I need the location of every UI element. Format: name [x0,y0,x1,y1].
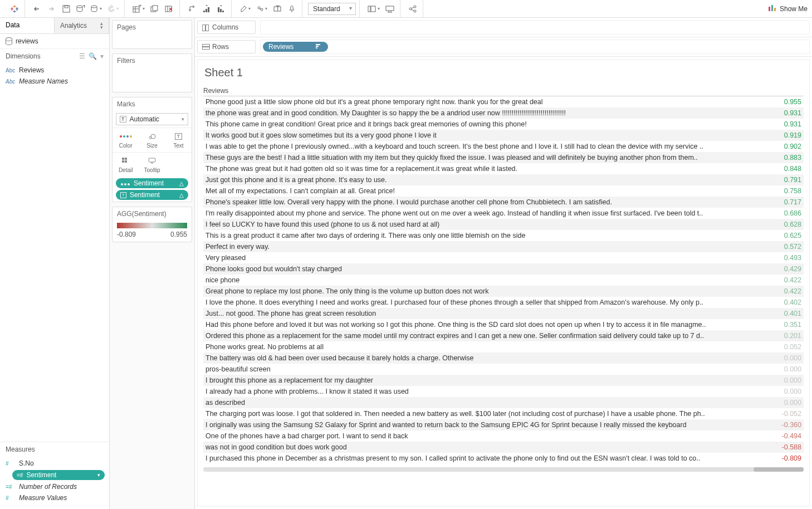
filters-card[interactable]: Filters [112,53,192,92]
abc-icon: Abc [6,67,16,74]
show-me-button[interactable]: Show Me [768,5,808,13]
swap-rows-columns-icon[interactable] [185,2,199,16]
new-worksheet-icon[interactable]: +▾ [130,2,147,16]
field-reviews[interactable]: AbcReviews [0,65,109,76]
autoupdate-icon[interactable]: ▾ [89,2,104,16]
table-row[interactable]: I brought this phone as a replacement fo… [203,375,804,386]
review-cell: This phone came in great condition! Grea… [203,119,765,130]
table-row[interactable]: The battery was old & had been over used… [203,353,804,364]
table-row[interactable]: I'm really disappointed about my phone a… [203,208,804,219]
datasource-item[interactable]: reviews [0,34,109,48]
table-row[interactable]: Phone looks good but wouldn't stay charg… [203,263,804,275]
marks-pill-color-sentiment[interactable]: Sentiment △ [116,178,188,188]
clear-sheet-icon[interactable] [163,2,176,16]
sort-asc-icon[interactable] [200,2,213,16]
review-cell: Had this phone before and loved it but w… [203,319,765,330]
table-row[interactable]: The phone was great but it had gotten ol… [203,163,804,174]
table-row[interactable]: pros-beautiful screen0.000 [203,364,804,375]
table-row[interactable]: Had this phone before and loved it but w… [203,319,804,330]
tab-analytics[interactable]: Analytics▴▾ [55,18,109,33]
svg-rect-18 [153,6,158,11]
view-as-list-icon[interactable]: ☰ [79,52,85,60]
rows-shelf[interactable]: Rows Reviews [195,37,812,57]
field-sno[interactable]: #S.No [0,458,109,469]
scrollbar-thumb[interactable] [754,467,804,472]
columns-shelf[interactable]: Columns [195,18,812,37]
table-row[interactable]: I purchased this phone in December as a … [203,453,804,464]
sentiment-cell: -0.052 [765,408,804,419]
find-icon[interactable]: 🔍 [89,52,97,60]
rows-pill-reviews[interactable]: Reviews [263,42,328,52]
table-row[interactable]: Met all of my expectations. I can't comp… [203,185,804,197]
table-row[interactable]: This phone came in great condition! Grea… [203,119,804,130]
sheet-title[interactable]: Sheet 1 [204,66,804,79]
color-legend-card[interactable]: AGG(Sentiment) -0.8090.955 [112,207,192,242]
save-icon[interactable] [60,2,73,16]
table-row[interactable]: Perfect in every way.0.572 [203,241,804,252]
review-cell: Ordered this phone as a replacement for … [203,330,765,341]
share-icon[interactable] [406,2,419,16]
pages-card[interactable]: Pages [112,20,192,49]
table-row[interactable]: Ordered this phone as a replacement for … [203,330,804,341]
table-row[interactable]: Phone works great. No problems at all0.0… [203,341,804,353]
color-icon [114,131,138,141]
refresh-icon[interactable]: ▾ [105,2,121,16]
sort-desc-icon[interactable] [214,2,228,16]
table-row[interactable]: I love the phone. It does everything I n… [203,297,804,308]
presentation-mode-icon[interactable] [383,2,397,16]
table-row[interactable]: Phone's speaker little low. Overall very… [203,197,804,208]
duplicate-sheet-icon[interactable] [148,2,162,16]
legend-title: AGG(Sentiment) [112,207,192,221]
field-number-of-records[interactable]: =#Number of Records [0,481,109,492]
sentiment-cell: 0.402 [765,297,804,308]
mark-tooltip-button[interactable]: Tooltip [139,152,165,177]
table-row[interactable]: Just got this phone and it is a great ph… [203,174,804,185]
field-measure-values[interactable]: #Measure Values [0,492,109,503]
table-row[interactable]: Phone good just a little slow phone old … [203,96,804,107]
table-row[interactable]: These guys are the best! I had a little … [203,152,804,163]
table-row[interactable]: I was able to get the phone I previously… [203,141,804,152]
table-row[interactable]: nice phone0.422 [203,275,804,286]
new-datasource-icon[interactable]: + [74,2,87,16]
menu-caret-icon[interactable]: ▾ [100,52,104,60]
field-sentiment[interactable]: =#Sentiment▾ [12,470,105,480]
table-row[interactable]: as described0.000 [203,397,804,408]
table-row[interactable]: I already had a phone with problems... I… [203,386,804,397]
table-row[interactable]: Great phone to replace my lost phone. Th… [203,286,804,297]
horizontal-scrollbar[interactable] [203,467,804,472]
mark-size-button[interactable]: Size [139,128,165,152]
redo-icon[interactable] [45,2,58,16]
table-row[interactable]: was not in good condition but does work … [203,442,804,453]
table-row[interactable]: This is a great product it came after tw… [203,230,804,241]
marks-pill-text-sentiment[interactable]: T Sentiment △ [116,190,188,200]
table-row[interactable]: It works good but it goes slow sometimes… [203,130,804,141]
datasource-icon [6,37,12,45]
detail-icon [114,156,138,166]
table-row[interactable]: the phone was great and in good conditio… [203,107,804,119]
svg-rect-25 [220,9,222,12]
chevron-down-icon: ▾ [97,472,100,478]
svg-rect-45 [316,46,319,47]
highlight-icon[interactable]: ▾ [237,2,253,16]
mark-color-button[interactable]: Color [112,128,139,152]
tableau-logo-icon[interactable] [8,2,21,16]
text-icon: T [120,192,126,198]
table-row[interactable]: One of the phones have a bad charger por… [203,430,804,442]
table-row[interactable]: Very pleased0.493 [203,252,804,263]
table-row[interactable]: Just... not good. The phone has great sc… [203,308,804,319]
tab-data[interactable]: Data [0,18,55,33]
undo-icon[interactable] [31,2,44,16]
fit-dropdown[interactable]: Standard [308,3,356,15]
table-row[interactable]: I originally was using the Samsung S2 Ga… [203,419,804,430]
mark-detail-button[interactable]: Detail [112,152,139,177]
show-mark-labels-icon[interactable]: T [271,2,284,16]
marks-type-dropdown[interactable]: TAutomatic ▾ [116,113,188,125]
show-hide-cards-icon[interactable]: ▾ [365,2,382,16]
table-row[interactable]: The charging port was loose. I got that … [203,408,804,419]
table-row[interactable]: I feel so LUCKY to have found this used … [203,219,804,230]
group-icon[interactable]: ▾ [254,2,270,16]
mark-text-button[interactable]: TText [165,128,192,152]
field-measure-names[interactable]: AbcMeasure Names [0,76,109,87]
pin-icon[interactable] [285,2,299,16]
column-header-reviews[interactable]: Reviews [203,85,804,96]
